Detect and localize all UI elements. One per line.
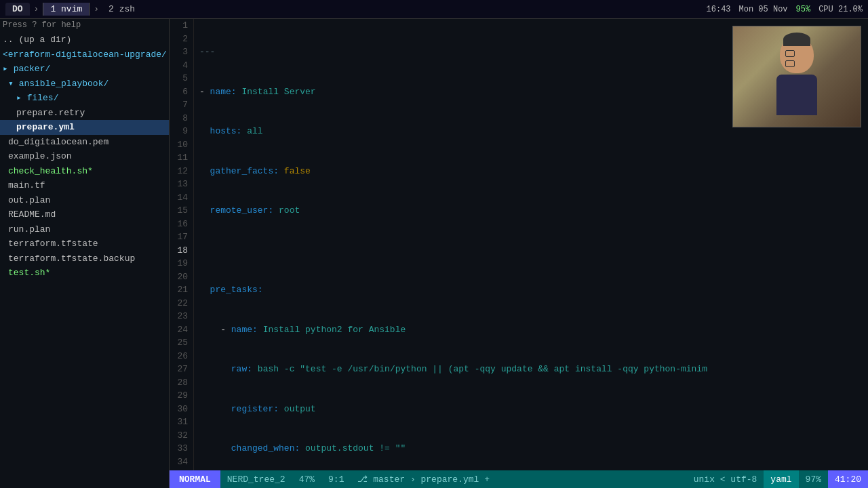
webcam-hair bbox=[783, 33, 810, 46]
sidebar-item-prepare-yml[interactable]: prepare.yml bbox=[0, 120, 169, 135]
ln-5: 5 bbox=[175, 72, 188, 85]
sidebar-item-main-tf[interactable]: main.tf bbox=[0, 178, 169, 193]
tab-2-zsh[interactable]: 2 zsh bbox=[103, 3, 140, 16]
ln-34: 34 bbox=[175, 455, 188, 469]
ln-19: 19 bbox=[175, 257, 188, 270]
ln-26: 26 bbox=[175, 350, 188, 363]
webcam-overlay bbox=[732, 26, 861, 127]
tab-bar: DO › 1 nvim › 2 zsh bbox=[5, 3, 140, 16]
webcam-glass-left bbox=[785, 50, 795, 57]
sidebar-help: Press ? for help bbox=[0, 19, 169, 31]
code-line-9: raw: bash -c "test -e /usr/bin/python ||… bbox=[199, 363, 863, 376]
sidebar-item-prepare-retry[interactable]: prepare.retry bbox=[0, 106, 169, 121]
ln-2: 2 bbox=[175, 33, 188, 46]
vim-mode: NORMAL bbox=[170, 470, 220, 488]
ln-11: 11 bbox=[175, 151, 188, 165]
ln-1: 1 bbox=[175, 19, 188, 33]
ln-30: 30 bbox=[175, 403, 188, 416]
sidebar-item-pem[interactable]: do_digitalocean.pem bbox=[0, 135, 169, 150]
code-line-4: gather_facts: false bbox=[199, 165, 863, 178]
ln-14: 14 bbox=[175, 191, 188, 205]
ln-17: 17 bbox=[175, 230, 188, 244]
ln-23: 23 bbox=[175, 310, 188, 323]
main-area: Press ? for help .. (up a dir) <erraform… bbox=[0, 19, 868, 488]
date-display: Mon 05 Nov bbox=[739, 5, 788, 14]
code-line-11: changed_when: output.stdout != "" bbox=[199, 442, 863, 455]
sidebar-file-tree[interactable]: .. (up a dir) <erraform-digitalocean-upg… bbox=[0, 31, 169, 488]
ln-32: 32 bbox=[175, 429, 188, 443]
sidebar-item-terraform[interactable]: <erraform-digitalocean-upgrade/ bbox=[0, 47, 169, 62]
ln-9: 9 bbox=[175, 125, 188, 138]
cursor-position: 9:1 bbox=[321, 474, 351, 485]
sidebar-item-out-plan[interactable]: out.plan bbox=[0, 193, 169, 208]
ln-21: 21 bbox=[175, 283, 188, 297]
nerd-tree-label: NERD_tree_2 bbox=[220, 470, 292, 488]
sidebar-item-tfstate-backup[interactable]: terraform.tfstate.backup bbox=[0, 251, 169, 266]
ln-6: 6 bbox=[175, 85, 188, 99]
webcam-person bbox=[770, 36, 824, 117]
file-encoding: unix < utf-8 bbox=[687, 474, 764, 485]
status-right: unix < utf-8 yaml 97% 41:20 bbox=[687, 470, 868, 488]
git-branch: ⎇ master › prepare.yml + bbox=[351, 474, 686, 485]
battery-display: 95% bbox=[796, 5, 811, 14]
ln-22: 22 bbox=[175, 297, 188, 310]
webcam-glass-right bbox=[785, 60, 795, 67]
code-line-5: remote_user: root bbox=[199, 204, 863, 218]
ln-18: 18 bbox=[175, 244, 188, 258]
time-display: 16:43 bbox=[707, 5, 731, 14]
line-numbers: 1 2 3 4 5 6 7 8 9 10 11 12 13 14 15 16 1… bbox=[170, 19, 194, 470]
ln-27: 27 bbox=[175, 363, 188, 376]
webcam-glasses bbox=[785, 49, 808, 58]
code-line-8: - name: Install python2 for Ansible bbox=[199, 323, 863, 337]
file-type: yaml bbox=[764, 470, 798, 488]
top-bar: DO › 1 nvim › 2 zsh 16:43 Mon 05 Nov 95%… bbox=[0, 0, 868, 19]
sidebar-item-run-plan[interactable]: run.plan bbox=[0, 222, 169, 237]
ln-7: 7 bbox=[175, 98, 188, 112]
line-col-info: 41:20 bbox=[828, 470, 868, 488]
tab-1-nvim[interactable]: 1 nvim bbox=[43, 3, 90, 16]
webcam-body bbox=[776, 75, 817, 115]
ln-12: 12 bbox=[175, 165, 188, 178]
sidebar-item-check-health[interactable]: check_health.sh* bbox=[0, 164, 169, 179]
ln-15: 15 bbox=[175, 204, 188, 218]
ln-28: 28 bbox=[175, 376, 188, 390]
sidebar-item-files[interactable]: ▸ files/ bbox=[0, 91, 169, 106]
sidebar-item-test-sh[interactable]: test.sh* bbox=[0, 266, 169, 281]
sidebar-item-updir[interactable]: .. (up a dir) bbox=[0, 33, 169, 47]
sidebar-item-ansible[interactable]: ▾ ansible_playbook/ bbox=[0, 77, 169, 92]
zoom-level: 97% bbox=[799, 474, 828, 485]
code-line-6 bbox=[199, 244, 863, 258]
cpu-display: CPU 21.0% bbox=[818, 5, 863, 14]
tab-do[interactable]: DO bbox=[5, 3, 30, 16]
ln-33: 33 bbox=[175, 442, 188, 455]
editor-main: 1 2 3 4 5 6 7 8 9 10 11 12 13 14 15 16 1… bbox=[170, 19, 868, 470]
ln-3: 3 bbox=[175, 45, 188, 59]
sidebar-item-example-json[interactable]: example.json bbox=[0, 149, 169, 164]
ln-4: 4 bbox=[175, 59, 188, 73]
sidebar-item-tfstate[interactable]: terraform.tfstate bbox=[0, 237, 169, 251]
editor-area: 1 2 3 4 5 6 7 8 9 10 11 12 13 14 15 16 1… bbox=[170, 19, 868, 488]
webcam-head bbox=[780, 36, 814, 73]
code-line-7: pre_tasks: bbox=[199, 283, 863, 297]
sidebar: Press ? for help .. (up a dir) <erraform… bbox=[0, 19, 170, 488]
ln-25: 25 bbox=[175, 336, 188, 350]
ln-13: 13 bbox=[175, 178, 188, 191]
code-line-10: register: output bbox=[199, 403, 863, 416]
sidebar-item-readme[interactable]: README.md bbox=[0, 207, 169, 222]
ln-29: 29 bbox=[175, 389, 188, 403]
ln-8: 8 bbox=[175, 112, 188, 125]
ln-10: 10 bbox=[175, 138, 188, 152]
status-bar: NORMAL NERD_tree_2 47% 9:1 ⎇ master › pr… bbox=[170, 470, 868, 488]
ln-24: 24 bbox=[175, 323, 188, 337]
file-percent: 47% bbox=[292, 474, 321, 485]
ln-31: 31 bbox=[175, 415, 188, 429]
ln-16: 16 bbox=[175, 218, 188, 231]
system-info: 16:43 Mon 05 Nov 95% CPU 21.0% bbox=[707, 5, 863, 14]
ln-20: 20 bbox=[175, 270, 188, 284]
webcam-image bbox=[733, 26, 861, 127]
sidebar-item-packer[interactable]: ▸ packer/ bbox=[0, 62, 169, 77]
